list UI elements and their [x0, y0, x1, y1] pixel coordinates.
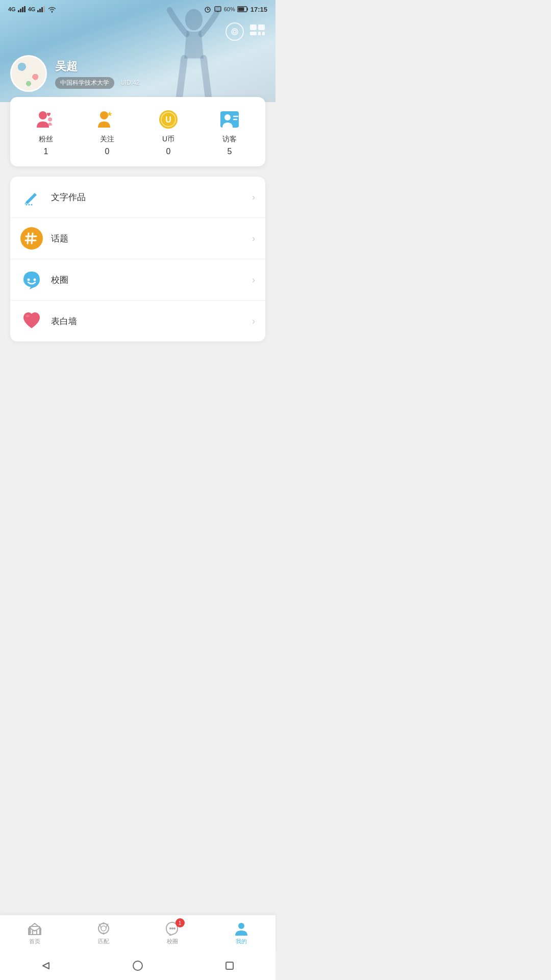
svg-rect-0	[18, 10, 19, 12]
svg-rect-20	[250, 32, 257, 35]
screen-icon	[214, 6, 222, 13]
svg-point-26	[100, 111, 108, 119]
follow-label: 关注	[100, 135, 114, 144]
header-icons	[226, 22, 267, 41]
svg-point-36	[26, 204, 28, 206]
svg-rect-11	[215, 7, 221, 11]
signal-bars-2-icon	[37, 6, 45, 12]
svg-rect-7	[43, 6, 45, 12]
svg-rect-18	[250, 24, 257, 30]
svg-line-39	[28, 233, 29, 243]
status-left: 4G 4G	[8, 6, 57, 13]
visitor-value: 5	[228, 147, 232, 156]
svg-point-38	[31, 204, 33, 206]
profile-meta: 中国科学技术大学 UID:42	[55, 77, 139, 89]
confession-icon-wrap	[20, 310, 43, 332]
camera-button[interactable]	[226, 22, 244, 41]
svg-rect-5	[39, 9, 41, 12]
svg-text:U: U	[165, 115, 171, 124]
menu-item-confession[interactable]: 表白墙 ›	[10, 301, 265, 341]
svg-point-44	[34, 279, 36, 281]
text-works-arrow: ›	[252, 192, 255, 203]
svg-point-17	[232, 29, 238, 35]
menu-grid-button[interactable]	[249, 22, 267, 41]
confession-label: 表白墙	[51, 315, 244, 327]
ucoin-icon: U	[156, 107, 181, 132]
menu-card: 文字作品 › 话题 › 校圈 ›	[10, 177, 265, 341]
visitor-label: 访客	[222, 135, 237, 144]
grid-menu-icon	[250, 24, 266, 39]
svg-rect-22	[262, 32, 265, 35]
ucoin-value: 0	[166, 147, 171, 156]
signal-bars-icon	[18, 6, 26, 12]
svg-point-37	[29, 204, 30, 206]
signal-4g-2: 4G	[28, 6, 36, 12]
svg-point-43	[28, 279, 30, 281]
status-bar: 4G 4G 60%	[0, 0, 276, 18]
svg-rect-6	[41, 7, 43, 12]
svg-rect-19	[258, 24, 265, 30]
ucoin-label: U币	[162, 135, 174, 144]
battery-percent: 60%	[224, 6, 235, 12]
figure-silhouette	[163, 5, 224, 102]
profile-info: 吴超 中国科学技术大学 UID:42	[55, 59, 139, 89]
alarm-icon	[204, 6, 212, 13]
profile-section: 吴超 中国科学技术大学 UID:42	[10, 55, 139, 92]
stat-fans[interactable]: 粉丝 1	[34, 107, 58, 156]
stat-visitor[interactable]: 访客 5	[217, 107, 242, 156]
wifi-icon	[47, 6, 57, 13]
follow-icon	[95, 107, 119, 132]
svg-rect-3	[24, 6, 26, 12]
fans-label: 粉丝	[39, 135, 53, 144]
profile-school: 中国科学技术大学	[55, 77, 114, 89]
svg-rect-14	[238, 8, 244, 11]
svg-rect-1	[20, 9, 21, 12]
svg-point-16	[233, 30, 236, 33]
svg-point-32	[224, 114, 231, 120]
fans-icon	[34, 107, 58, 132]
svg-line-40	[32, 233, 33, 243]
menu-item-campus[interactable]: 校圈 ›	[10, 259, 265, 301]
menu-item-text-works[interactable]: 文字作品 ›	[10, 177, 265, 218]
campus-arrow: ›	[252, 275, 255, 285]
text-works-icon-wrap	[20, 186, 43, 208]
visitor-icon	[217, 107, 242, 132]
profile-name: 吴超	[55, 59, 139, 74]
campus-icon-wrap	[20, 268, 43, 291]
campus-label: 校圈	[51, 274, 244, 286]
topic-arrow: ›	[252, 233, 255, 244]
confession-arrow: ›	[252, 316, 255, 327]
signal-4g: 4G	[8, 6, 16, 12]
pencil-icon	[22, 188, 41, 206]
svg-rect-21	[258, 32, 261, 35]
stats-card: 粉丝 1 关注 0 U U币 0	[10, 97, 265, 166]
stat-ucoin[interactable]: U U币 0	[156, 107, 181, 156]
avatar[interactable]	[10, 55, 47, 92]
text-works-label: 文字作品	[51, 191, 244, 203]
battery-icon	[237, 6, 248, 12]
heart-icon	[21, 311, 42, 331]
follow-value: 0	[105, 147, 110, 156]
time-display: 17:15	[251, 6, 267, 13]
svg-rect-2	[22, 7, 23, 12]
chat-smile-icon	[21, 270, 42, 290]
hashtag-icon	[24, 231, 39, 246]
topic-icon-wrap	[20, 227, 43, 250]
svg-point-23	[39, 111, 47, 119]
menu-item-topic[interactable]: 话题 ›	[10, 218, 265, 259]
profile-uid: UID:42	[120, 79, 139, 86]
svg-rect-4	[37, 10, 39, 12]
fans-value: 1	[44, 147, 48, 156]
stat-follow[interactable]: 关注 0	[95, 107, 119, 156]
topic-label: 话题	[51, 233, 244, 244]
status-right: 60% 17:15	[204, 6, 267, 13]
camera-icon	[230, 27, 239, 36]
